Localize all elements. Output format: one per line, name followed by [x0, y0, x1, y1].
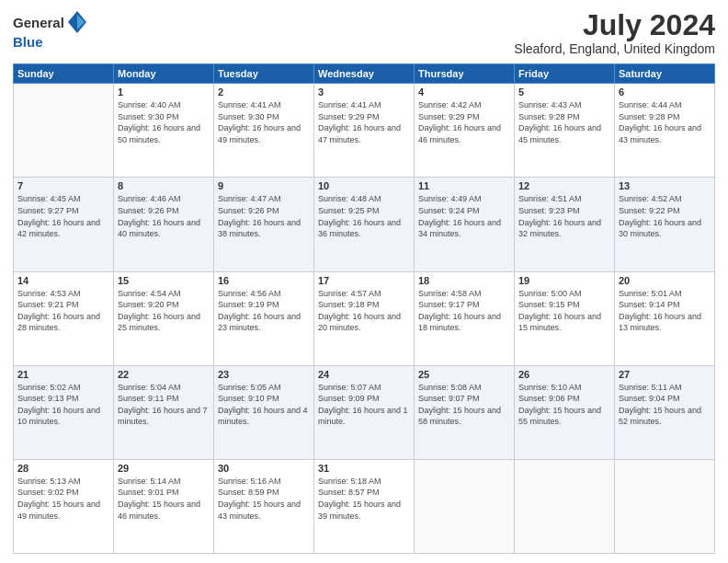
calendar-day: 4 Sunrise: 4:42 AMSunset: 9:29 PMDayligh…	[415, 84, 515, 178]
col-monday: Monday	[114, 64, 214, 84]
calendar-day: 9 Sunrise: 4:47 AMSunset: 9:26 PMDayligh…	[214, 178, 314, 271]
day-info: Sunrise: 4:49 AMSunset: 9:24 PMDaylight:…	[418, 193, 510, 239]
calendar-day: 17 Sunrise: 4:57 AMSunset: 9:18 PMDaylig…	[314, 271, 415, 365]
calendar-week-1: 1 Sunrise: 4:40 AMSunset: 9:30 PMDayligh…	[14, 84, 715, 178]
day-number: 4	[418, 86, 510, 98]
day-number: 17	[318, 275, 410, 286]
calendar-week-4: 21 Sunrise: 5:02 AMSunset: 9:13 PMDaylig…	[14, 365, 715, 459]
calendar-day	[515, 459, 615, 553]
day-info: Sunrise: 4:53 AMSunset: 9:21 PMDaylight:…	[17, 288, 109, 334]
day-info: Sunrise: 4:46 AMSunset: 9:26 PMDaylight:…	[118, 193, 210, 239]
day-info: Sunrise: 5:11 AMSunset: 9:04 PMDaylight:…	[619, 382, 711, 428]
calendar-day: 21 Sunrise: 5:02 AMSunset: 9:13 PMDaylig…	[14, 365, 114, 459]
day-info: Sunrise: 4:44 AMSunset: 9:28 PMDaylight:…	[619, 99, 711, 145]
day-number: 5	[518, 86, 610, 98]
logo-text: General Blue	[13, 9, 86, 51]
page: General Blue July 2024 Sleaford, England…	[0, 0, 728, 563]
header-row: Sunday Monday Tuesday Wednesday Thursday…	[14, 64, 715, 84]
day-number: 31	[318, 463, 410, 474]
calendar-day: 15 Sunrise: 4:54 AMSunset: 9:20 PMDaylig…	[114, 271, 214, 365]
col-sunday: Sunday	[14, 64, 114, 84]
day-number: 19	[518, 275, 610, 286]
day-number: 20	[619, 275, 711, 286]
calendar-day: 20 Sunrise: 5:01 AMSunset: 9:14 PMDaylig…	[615, 271, 715, 365]
calendar-day: 16 Sunrise: 4:56 AMSunset: 9:19 PMDaylig…	[214, 271, 314, 365]
calendar-day: 3 Sunrise: 4:41 AMSunset: 9:29 PMDayligh…	[314, 84, 415, 178]
calendar-day: 18 Sunrise: 4:58 AMSunset: 9:17 PMDaylig…	[415, 271, 515, 365]
day-info: Sunrise: 5:13 AMSunset: 9:02 PMDaylight:…	[17, 476, 109, 522]
day-info: Sunrise: 5:02 AMSunset: 9:13 PMDaylight:…	[17, 382, 109, 428]
day-number: 2	[218, 86, 310, 98]
col-tuesday: Tuesday	[214, 64, 314, 84]
calendar-week-5: 28 Sunrise: 5:13 AMSunset: 9:02 PMDaylig…	[14, 459, 715, 553]
day-info: Sunrise: 4:47 AMSunset: 9:26 PMDaylight:…	[218, 193, 310, 239]
calendar-day	[14, 84, 114, 178]
location-title: Sleaford, England, United Kingdom	[514, 41, 715, 56]
col-wednesday: Wednesday	[314, 64, 415, 84]
day-info: Sunrise: 5:16 AMSunset: 8:59 PMDaylight:…	[218, 476, 310, 522]
day-info: Sunrise: 4:40 AMSunset: 9:30 PMDaylight:…	[118, 99, 210, 145]
logo: General Blue	[13, 9, 86, 51]
day-number: 27	[619, 369, 711, 380]
calendar-day: 31 Sunrise: 5:18 AMSunset: 8:57 PMDaylig…	[314, 459, 415, 553]
calendar-day	[615, 459, 715, 553]
day-number: 24	[318, 369, 410, 380]
calendar-day: 12 Sunrise: 4:51 AMSunset: 9:23 PMDaylig…	[515, 178, 615, 271]
day-number: 6	[619, 86, 711, 98]
title-block: July 2024 Sleaford, England, United King…	[514, 9, 715, 56]
day-number: 10	[318, 180, 410, 191]
day-info: Sunrise: 5:01 AMSunset: 9:14 PMDaylight:…	[619, 288, 711, 334]
logo-general: General	[13, 16, 64, 31]
day-number: 7	[17, 180, 109, 191]
day-number: 28	[17, 463, 109, 474]
day-number: 3	[318, 86, 410, 98]
day-info: Sunrise: 4:48 AMSunset: 9:25 PMDaylight:…	[318, 193, 410, 239]
day-info: Sunrise: 5:00 AMSunset: 9:15 PMDaylight:…	[518, 288, 610, 334]
day-info: Sunrise: 4:51 AMSunset: 9:23 PMDaylight:…	[518, 193, 610, 239]
day-info: Sunrise: 4:45 AMSunset: 9:27 PMDaylight:…	[17, 193, 109, 239]
calendar-day: 23 Sunrise: 5:05 AMSunset: 9:10 PMDaylig…	[214, 365, 314, 459]
day-number: 21	[17, 369, 109, 380]
calendar-table: Sunday Monday Tuesday Wednesday Thursday…	[13, 63, 715, 554]
day-number: 22	[118, 369, 210, 380]
day-info: Sunrise: 5:05 AMSunset: 9:10 PMDaylight:…	[218, 382, 310, 428]
day-number: 30	[218, 463, 310, 474]
day-number: 8	[118, 180, 210, 191]
calendar-day: 30 Sunrise: 5:16 AMSunset: 8:59 PMDaylig…	[214, 459, 314, 553]
day-number: 9	[218, 180, 310, 191]
day-info: Sunrise: 5:10 AMSunset: 9:06 PMDaylight:…	[518, 382, 610, 428]
calendar-day: 28 Sunrise: 5:13 AMSunset: 9:02 PMDaylig…	[14, 459, 114, 553]
day-number: 12	[518, 180, 610, 191]
col-thursday: Thursday	[415, 64, 515, 84]
day-info: Sunrise: 5:04 AMSunset: 9:11 PMDaylight:…	[118, 382, 210, 428]
day-info: Sunrise: 4:56 AMSunset: 9:19 PMDaylight:…	[218, 288, 310, 334]
day-number: 23	[218, 369, 310, 380]
day-number: 11	[418, 180, 510, 191]
calendar-day: 13 Sunrise: 4:52 AMSunset: 9:22 PMDaylig…	[615, 178, 715, 271]
calendar-day: 25 Sunrise: 5:08 AMSunset: 9:07 PMDaylig…	[415, 365, 515, 459]
day-number: 26	[518, 369, 610, 380]
calendar-day: 29 Sunrise: 5:14 AMSunset: 9:01 PMDaylig…	[114, 459, 214, 553]
calendar-week-3: 14 Sunrise: 4:53 AMSunset: 9:21 PMDaylig…	[14, 271, 715, 365]
day-number: 16	[218, 275, 310, 286]
header: General Blue July 2024 Sleaford, England…	[13, 9, 715, 56]
day-info: Sunrise: 5:18 AMSunset: 8:57 PMDaylight:…	[318, 476, 410, 522]
day-number: 1	[118, 86, 210, 98]
calendar-day: 1 Sunrise: 4:40 AMSunset: 9:30 PMDayligh…	[114, 84, 214, 178]
col-friday: Friday	[515, 64, 615, 84]
calendar-day: 11 Sunrise: 4:49 AMSunset: 9:24 PMDaylig…	[415, 178, 515, 271]
calendar-day: 19 Sunrise: 5:00 AMSunset: 9:15 PMDaylig…	[515, 271, 615, 365]
calendar-day: 10 Sunrise: 4:48 AMSunset: 9:25 PMDaylig…	[314, 178, 415, 271]
day-number: 13	[619, 180, 711, 191]
calendar-day: 5 Sunrise: 4:43 AMSunset: 9:28 PMDayligh…	[515, 84, 615, 178]
calendar-day: 14 Sunrise: 4:53 AMSunset: 9:21 PMDaylig…	[14, 271, 114, 365]
day-number: 14	[17, 275, 109, 286]
calendar-day: 24 Sunrise: 5:07 AMSunset: 9:09 PMDaylig…	[314, 365, 415, 459]
day-number: 25	[418, 369, 510, 380]
day-info: Sunrise: 5:08 AMSunset: 9:07 PMDaylight:…	[418, 382, 510, 428]
day-info: Sunrise: 4:52 AMSunset: 9:22 PMDaylight:…	[619, 193, 711, 239]
col-saturday: Saturday	[615, 64, 715, 84]
day-info: Sunrise: 5:07 AMSunset: 9:09 PMDaylight:…	[318, 382, 410, 428]
day-info: Sunrise: 4:41 AMSunset: 9:30 PMDaylight:…	[218, 99, 310, 145]
day-info: Sunrise: 4:43 AMSunset: 9:28 PMDaylight:…	[518, 99, 610, 145]
